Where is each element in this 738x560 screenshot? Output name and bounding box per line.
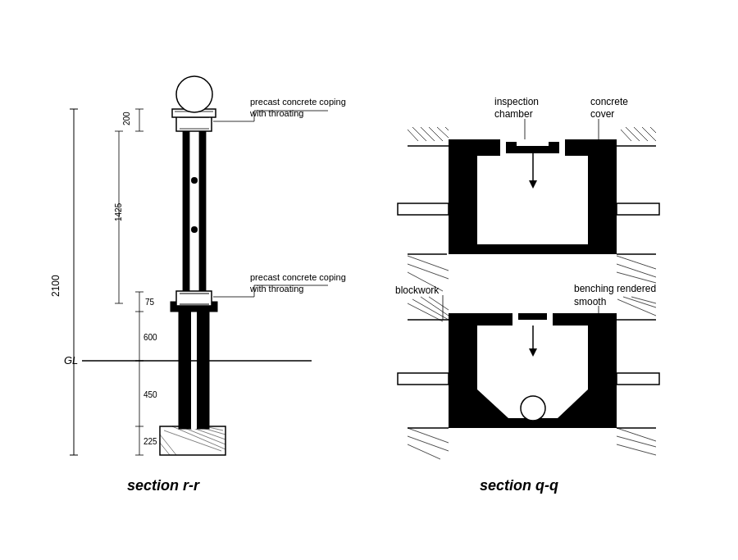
svg-rect-14 <box>183 131 189 302</box>
svg-rect-10 <box>179 307 191 429</box>
dim-225: 225 <box>144 437 157 446</box>
svg-rect-101 <box>617 203 659 215</box>
dim-2100: 2100 <box>50 275 61 297</box>
upper-coping-label2: with throating <box>249 108 303 118</box>
svg-rect-66 <box>477 154 480 244</box>
lower-coping-label: precast concrete coping <box>250 272 346 282</box>
svg-rect-149 <box>398 373 449 385</box>
svg-rect-119 <box>518 313 547 320</box>
chamber-label: chamber <box>494 108 533 120</box>
svg-point-24 <box>176 76 212 112</box>
dim-200: 200 <box>122 112 131 125</box>
dim-1425: 1425 <box>114 203 123 221</box>
dim-450: 450 <box>144 390 157 399</box>
svg-point-25 <box>191 177 198 184</box>
svg-rect-112 <box>449 320 477 426</box>
svg-rect-15 <box>199 131 206 302</box>
upper-coping-label: precast concrete coping <box>250 97 346 107</box>
benching-label: benching rendered <box>574 283 656 294</box>
inspection-label: inspection <box>494 96 539 107</box>
svg-rect-100 <box>398 203 449 215</box>
svg-rect-73 <box>517 139 549 146</box>
svg-point-122 <box>521 396 545 421</box>
svg-rect-0 <box>0 0 738 560</box>
svg-rect-12 <box>191 307 197 429</box>
svg-rect-65 <box>449 146 477 253</box>
svg-rect-68 <box>585 154 588 244</box>
svg-rect-52 <box>408 127 449 148</box>
cover-label: cover <box>590 108 614 120</box>
section-rr-label: section r-r <box>127 477 200 494</box>
svg-rect-11 <box>197 307 209 429</box>
concrete-cover-label: concrete <box>590 96 628 107</box>
svg-rect-150 <box>617 373 659 385</box>
dim-75: 75 <box>145 298 155 307</box>
gl-label: GL <box>64 354 78 367</box>
smooth-label: smooth <box>574 296 606 307</box>
svg-rect-69 <box>449 244 617 254</box>
blockwork-label: blockwork <box>395 285 440 296</box>
lower-coping-label2: with throating <box>249 284 303 294</box>
svg-point-26 <box>191 226 198 233</box>
section-qq-label: section q-q <box>480 477 558 494</box>
dim-600: 600 <box>144 333 157 342</box>
